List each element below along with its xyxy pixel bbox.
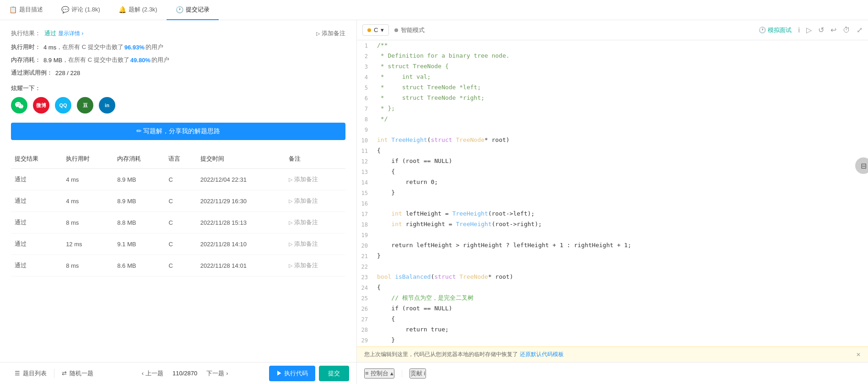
line-content: * struct TreeNode *right; [375,93,868,103]
next-problem-button[interactable]: 下一题 › [201,367,233,380]
col-note: 备注 [285,149,345,169]
row-submitted: 2022/12/04 22:31 [197,169,285,190]
share-label: 炫耀一下： [11,84,345,92]
tab-submissions[interactable]: 🕐 提交记录 [167,0,219,20]
line-number: 14 [357,177,375,188]
line-content: int leftHeight = TreeHeight(root->left); [375,209,868,219]
contribute-button[interactable]: 贡献 i [410,368,426,379]
clock-icon: 🕐 [759,27,766,33]
panel-toggle-btn[interactable]: ⊟ [855,157,868,174]
row-status[interactable]: 通过 [11,233,62,255]
line-content: // 根节点为空，是完全二叉树 [375,293,868,303]
code-line: 13 { [357,167,868,177]
code-editor[interactable]: 1/**2 * Definition for a binary tree nod… [357,40,868,346]
result-status[interactable]: 通过 [44,29,56,38]
submit-button[interactable]: 提交 [319,366,349,381]
problem-list-button[interactable]: ☰ 题目列表 [7,366,54,381]
bottom-center: ‹ 上一题 110/2870 下一题 › [101,367,269,380]
wechat-icon[interactable] [11,97,27,114]
tab-solutions[interactable]: 🔔 题解 (2.3k) [109,0,167,20]
code-line: 21} [357,251,868,261]
line-content: * }; [375,103,868,114]
description-icon: 📋 [9,6,17,13]
console-arrow: ▴ [390,370,394,377]
time-metric-row: 执行用时： 4 ms ，在所有 C 提交中击败了 96.93% 的用户 [11,43,345,51]
run-code-button[interactable]: ▶ 执行代码 [269,366,315,381]
list-icon: ☰ [15,370,20,377]
row-submitted: 2022/11/28 15:13 [197,212,285,233]
add-note-btn[interactable]: 添加备注 [316,29,345,38]
weibo-icon[interactable]: 微博 [33,97,49,114]
mem-desc-post: 的用户 [151,56,169,64]
line-content: int rightHeight = TreeHeight(root->right… [375,219,868,230]
line-number: 13 [357,167,375,177]
line-number: 15 [357,188,375,198]
line-content: * int val; [375,72,868,82]
notification-link[interactable]: 还原默认代码模板 [520,351,564,358]
line-content: if (root == NULL) [375,303,868,314]
timer-icon[interactable]: ⏱ [843,26,850,34]
time-desc-pre: ，在所有 C 提交中击败了 [56,43,124,51]
row-status[interactable]: 通过 [11,212,62,233]
line-content: } [375,335,868,346]
tab-solutions-label: 题解 (2.3k) [129,5,157,14]
row-status[interactable]: 通过 [11,255,62,276]
row-note: 添加备注 [285,233,345,255]
line-number: 28 [357,325,375,335]
code-line: 24{ [357,282,868,293]
info-icon[interactable]: i [798,26,800,34]
line-content: return leftHeight > rightHeight ? leftHe… [375,240,868,251]
tab-submissions-label: 提交记录 [186,5,210,14]
line-content: { [375,167,868,177]
line-content: if (root == NULL) [375,156,868,167]
line-number: 16 [357,198,375,209]
simulate-interview-btn[interactable]: 🕐 模拟面试 [759,26,792,34]
left-content: 执行结果： 通过 显示详情 添加备注 执行用时： 4 ms ，在所有 C 提交中… [0,20,356,362]
tab-description-label: 题目描述 [19,5,43,14]
smart-dot [394,28,398,32]
tab-comments[interactable]: 💬 评论 (1.8k) [52,0,109,20]
close-notification-btn[interactable]: ✕ [856,352,861,358]
result-detail-link[interactable]: 显示详情 [58,30,83,38]
row-time: 4 ms [62,190,113,212]
run-icon[interactable]: ▷ [806,26,812,34]
code-line: 16 [357,198,868,209]
notification-bar: 您上次编辑到这里，代码已从您浏览器本地的临时存储中恢复了 还原默认代码模板 ✕ [357,346,868,362]
editor-header: C ▾ 智能模式 🕐 模拟面试 i ▷ ↺ ↩ ⏱ [357,20,868,40]
row-status[interactable]: 通过 [11,190,62,212]
prev-label: 上一题 [146,369,163,378]
write-solution-button[interactable]: ✏ 写题解，分享我的解题思路 [11,123,345,140]
bottom-bar: ☰ 题目列表 ⇄ 随机一题 ‹ 上一题 110/2870 下一题 › [0,362,356,384]
line-content: bool isBalanced(struct TreeNode* root) [375,272,868,282]
console-button[interactable]: ≡ 控制台 ▴ [364,368,394,379]
smart-mode-toggle[interactable]: 智能模式 [394,26,425,34]
share-section: 炫耀一下： 微博 QQ 豆 in [11,84,345,114]
douban-icon[interactable]: 豆 [77,97,93,114]
expand-icon[interactable]: ⤢ [857,26,863,34]
row-memory: 9.1 MB [113,233,165,255]
prev-problem-button[interactable]: ‹ 上一题 [136,367,169,380]
line-number: 3 [357,61,375,72]
tab-description[interactable]: 📋 题目描述 [0,0,52,20]
row-status[interactable]: 通过 [11,169,62,190]
submissions-table: 提交结果 执行用时 内存消耗 语言 提交时间 备注 通过 4 ms 8.9 MB… [11,149,345,276]
language-selector[interactable]: C ▾ [362,24,389,36]
top-tabs: 📋 题目描述 💬 评论 (1.8k) 🔔 题解 (2.3k) 🕐 提交记录 [0,0,868,20]
random-problem-button[interactable]: ⇄ 随机一题 [54,366,101,381]
qq-icon[interactable]: QQ [55,97,71,114]
line-number: 24 [357,282,375,293]
line-number: 19 [357,230,375,240]
undo-icon[interactable]: ↩ [830,26,836,34]
reset-icon[interactable]: ↺ [818,26,824,34]
simulate-label: 模拟面试 [768,26,792,34]
code-line: 27 { [357,314,868,325]
linkedin-icon[interactable]: in [99,97,115,114]
col-submitted: 提交时间 [197,149,285,169]
editor-bottom-bar: ≡ 控制台 ▴ 贡献 i [357,362,868,384]
line-number: 11 [357,146,375,156]
row-submitted: 2022/11/29 16:30 [197,190,285,212]
table-header-row: 提交结果 执行用时 内存消耗 语言 提交时间 备注 [11,149,345,169]
console-label: 控制台 [371,369,388,378]
table-row: 通过 12 ms 9.1 MB C 2022/11/28 14:10 添加备注 [11,233,345,255]
line-number: 20 [357,240,375,251]
